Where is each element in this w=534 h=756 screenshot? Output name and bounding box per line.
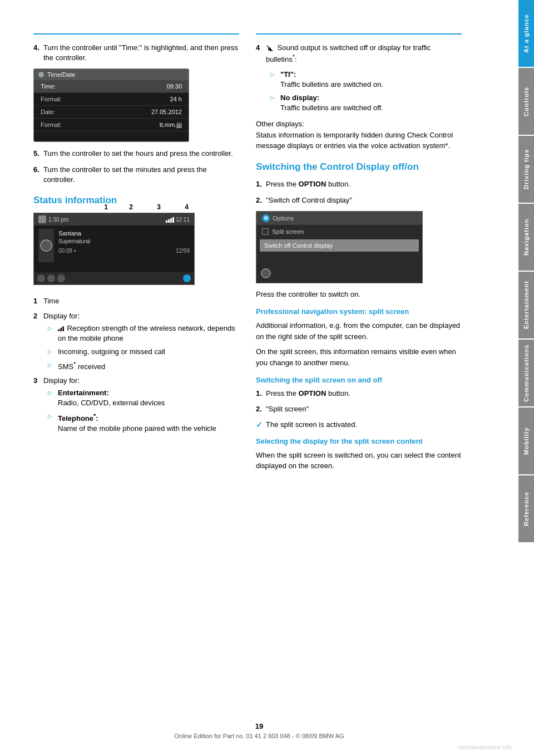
- no-display-detail: Traffic bulletins are switched off.: [280, 104, 383, 112]
- option-bold: OPTION: [299, 180, 327, 188]
- split-step-2-num: 2.: [256, 404, 266, 414]
- switch-step-1-num: 1.: [256, 179, 266, 189]
- legend-3-text: Display for:: [43, 376, 80, 386]
- bullet-arrow-icon: ▷: [48, 361, 55, 372]
- status-num4: 4: [185, 203, 189, 211]
- mute-icon: [266, 45, 274, 52]
- legend-item-3: 3 Display for:: [33, 376, 239, 386]
- option-bold-2: OPTION: [299, 389, 327, 397]
- sidebar-tab-navigation[interactable]: Navigation: [518, 204, 534, 271]
- options-screen-header: ⚙ Options: [256, 212, 422, 225]
- bullet-arrow-icon: ▷: [270, 94, 277, 113]
- row-label: Format:: [41, 121, 62, 128]
- right-step-4-num: 4: [256, 43, 266, 65]
- other-displays-label: Other displays:: [256, 120, 304, 128]
- page-footer: 19 Online Edition for Part no. 01 41 2 6…: [0, 722, 518, 739]
- legend-1-num: 1: [33, 296, 43, 306]
- bullet-arrow-icon: ▷: [48, 325, 55, 343]
- signal-bars: [166, 216, 174, 223]
- bullet-arrow-icon: ▷: [48, 348, 55, 357]
- screen-row-date: Date: 27.05.2012: [34, 106, 189, 119]
- checkmark-icon: ✓: [256, 420, 263, 429]
- split-step-1: 1. Press the OPTION button.: [256, 389, 462, 399]
- bullet-text: Incoming, outgoing or missed call: [58, 347, 239, 357]
- ctrl-btn: [57, 274, 65, 282]
- options-switch-off-label: Switch off Control display: [264, 242, 333, 249]
- signal-bar-2: [168, 219, 170, 223]
- options-split-screen-item: Split screen: [256, 225, 422, 238]
- bullet-item: ▷ SMS* received: [42, 360, 239, 372]
- step-4: 4. Turn the controller until "Time:" is …: [33, 43, 239, 63]
- bullet-item: ▷ Reception strength of the wireless net…: [42, 323, 239, 343]
- page-container: 4. Turn the controller until "Time:" is …: [0, 0, 534, 756]
- top-border-right: [256, 33, 462, 35]
- bullet-text: Telephone*: Name of the mobile phone pai…: [58, 411, 239, 434]
- ti-detail: Traffic bulletins are switched on.: [280, 80, 383, 89]
- step-4-number: 4.: [33, 43, 43, 63]
- left-column: 4. Turn the controller until "Time:" is …: [33, 33, 239, 723]
- bullet-item: ▷ Incoming, outgoing or missed call: [42, 347, 239, 357]
- bullet-no-display-text: No display: Traffic bulletins are switch…: [280, 93, 462, 113]
- step-6-text: Turn the controller to set the minutes a…: [43, 165, 239, 185]
- legend-3-num: 3: [33, 376, 43, 386]
- legend-3-bullets: ▷ Entertainment: Radio, CD/DVD, external…: [33, 388, 239, 434]
- step-6: 6. Turn the controller to set the minute…: [33, 165, 239, 185]
- row-value: 09:30: [166, 83, 182, 90]
- status-num3: 3: [157, 203, 161, 211]
- sidebar-tab-communications[interactable]: Communications: [518, 340, 534, 406]
- entertainment-label: Entertainment:: [58, 389, 109, 397]
- switching-control-title: Switching the Control Display off/on: [256, 161, 462, 173]
- selecting-display-text: When the split screen is switched on, yo…: [256, 450, 462, 472]
- bullet-ti-text: "TI": Traffic bulletins are switched on.: [280, 70, 462, 90]
- sidebar-tab-driving[interactable]: Driving tips: [518, 136, 534, 203]
- selecting-display-title: Selecting the display for the split scre…: [256, 437, 462, 445]
- screen-title: Time/Date: [47, 71, 75, 78]
- signal-bar-3: [170, 218, 172, 223]
- status-section-title: Status information: [33, 195, 239, 206]
- legend-item-1: 1 Time: [33, 296, 239, 306]
- screen-row-format2: Format: tt.mm.jjjj: [34, 119, 189, 131]
- song-track: 12/99: [176, 248, 190, 254]
- status-right-text: 12 11: [176, 217, 190, 223]
- sidebar-tab-at-glance[interactable]: At a glance: [518, 0, 534, 67]
- step-5: 5. Turn the controller to set the hours …: [33, 149, 239, 159]
- status-screen: 1 2 3 4 1:30 pm: [33, 213, 195, 285]
- other-displays-title: Other displays: Status information is te…: [256, 119, 462, 151]
- status-time-text: 1:30 pm: [48, 217, 68, 223]
- bullet-text: Reception strength of the wireless netwo…: [58, 323, 239, 343]
- status-num1: 1: [104, 203, 108, 211]
- checkbox-icon: [262, 228, 269, 235]
- control-buttons: [37, 274, 65, 282]
- switch-step-2: 2. "Switch off Control display": [256, 195, 462, 205]
- pro-nav-text2: On the split screen, this information re…: [256, 346, 462, 368]
- sidebar-tab-controls[interactable]: Controls: [518, 68, 534, 135]
- split-step-2-text: "Split screen": [266, 404, 462, 414]
- page-number: 19: [0, 722, 518, 730]
- song-info: Santana Supernatural 00:08 • 12/99: [58, 230, 190, 254]
- sidebar-tab-reference[interactable]: Reference: [518, 475, 534, 542]
- row-value: tt.mm.jjjj: [160, 121, 182, 128]
- options-icon: ⚙: [262, 214, 270, 222]
- pro-nav-title: Professional navigation system: split sc…: [256, 307, 462, 316]
- bullet-arrow-icon: ▷: [48, 389, 55, 408]
- song-time: 00:08 •: [58, 248, 76, 254]
- sidebar-tab-entertainment[interactable]: Entertainment: [518, 272, 534, 338]
- time-date-screen: Time/Date Time: 09:30 Format: 24 h Date:…: [33, 68, 189, 142]
- switch-step-1-text: Press the OPTION button.: [266, 179, 462, 189]
- bullet-arrow-icon: ▷: [270, 71, 277, 90]
- step-5-text: Turn the controller to set the hours and…: [43, 149, 239, 159]
- other-displays-text: Status information is temporarily hidden…: [256, 131, 453, 150]
- bullet-no-display: ▷ No display: Traffic bulletins are swit…: [265, 93, 462, 113]
- options-switch-off-item: Switch off Control display: [260, 239, 419, 252]
- sidebar-tab-mobility[interactable]: Mobility: [518, 408, 534, 474]
- watermark: carmanualsonline.info: [458, 744, 512, 750]
- row-label: Time:: [41, 83, 56, 90]
- bullet-text: Entertainment: Radio, CD/DVD, external d…: [58, 388, 239, 408]
- options-header-text: Options: [273, 215, 294, 222]
- bullet-item-entertainment: ▷ Entertainment: Radio, CD/DVD, external…: [42, 388, 239, 408]
- cd-icon: [40, 239, 52, 252]
- right-step-4-text: Sound output is switched off or display …: [266, 43, 462, 65]
- legend-2-bullets: ▷ Reception strength of the wireless net…: [33, 323, 239, 372]
- sidebar: At a glance Controls Driving tips Naviga…: [518, 0, 534, 756]
- legend-1-text: Time: [43, 296, 59, 306]
